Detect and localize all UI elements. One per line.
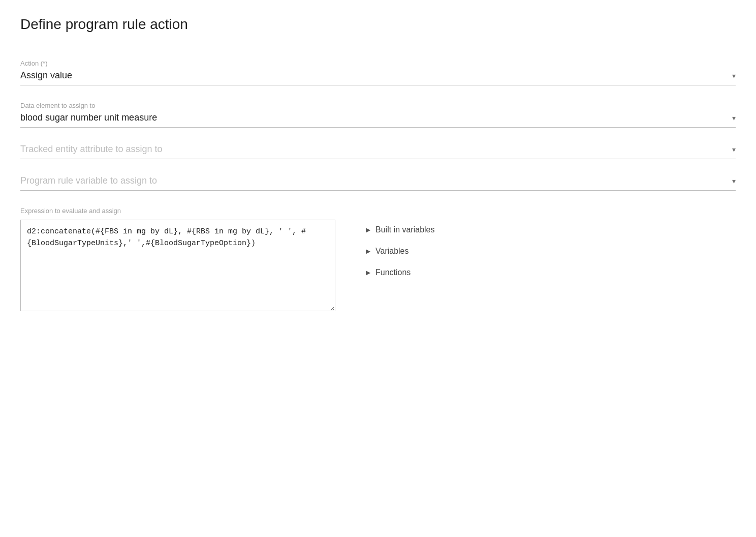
program-rule-variable-select[interactable]: Program rule variable to assign to ▾ [20,175,736,191]
page-title: Define program rule action [20,16,736,33]
expression-textarea[interactable] [20,220,335,311]
expression-left-panel: Expression to evaluate and assign [20,207,335,313]
data-element-select-value: blood sugar number unit measure [20,112,157,123]
data-element-select-chevron-icon: ▾ [732,114,736,122]
data-element-field-label: Data element to assign to [20,102,736,109]
functions-label: Functions [375,268,411,277]
expression-field-label: Expression to evaluate and assign [20,207,335,215]
data-element-field-section: Data element to assign to blood sugar nu… [20,102,736,128]
program-rule-variable-field-section: Program rule variable to assign to ▾ [20,175,736,191]
expression-right-panel: ▶ Built in variables ▶ Variables ▶ Funct… [366,207,736,279]
data-element-select[interactable]: blood sugar number unit measure ▾ [20,112,736,128]
program-rule-variable-select-placeholder: Program rule variable to assign to [20,175,157,186]
built-in-variables-collapsible[interactable]: ▶ Built in variables [366,223,736,236]
functions-collapsible[interactable]: ▶ Functions [366,266,736,279]
built-in-variables-label: Built in variables [375,225,435,234]
action-select[interactable]: Assign value ▾ [20,70,736,85]
action-field-section: Action (*) Assign value ▾ [20,59,736,85]
functions-arrow-icon: ▶ [366,269,370,276]
tracked-entity-select-placeholder: Tracked entity attribute to assign to [20,144,162,155]
variables-collapsible[interactable]: ▶ Variables [366,245,736,258]
variables-label: Variables [375,247,409,256]
built-in-variables-arrow-icon: ▶ [366,226,370,233]
action-field-label: Action (*) [20,59,736,67]
action-select-value: Assign value [20,70,72,81]
program-rule-variable-select-chevron-icon: ▾ [732,177,736,185]
tracked-entity-select-chevron-icon: ▾ [732,145,736,154]
variables-arrow-icon: ▶ [366,248,370,255]
action-select-chevron-icon: ▾ [732,72,736,80]
tracked-entity-field-section: Tracked entity attribute to assign to ▾ [20,144,736,159]
tracked-entity-select[interactable]: Tracked entity attribute to assign to ▾ [20,144,736,159]
expression-section: Expression to evaluate and assign ▶ Buil… [20,207,736,313]
title-divider [20,45,736,45]
